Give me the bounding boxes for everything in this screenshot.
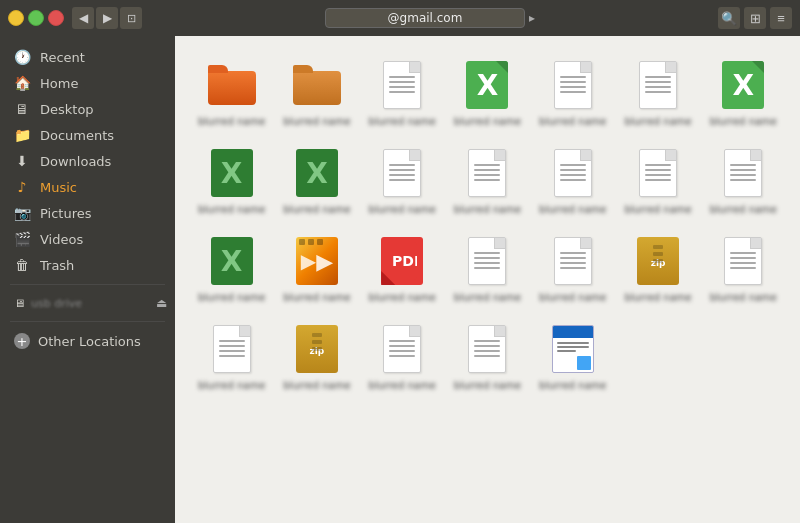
list-item[interactable]: blurred name	[191, 52, 272, 134]
file-label: blurred name	[198, 204, 265, 216]
sidebar-label-home: Home	[40, 76, 78, 91]
list-item[interactable]: PDF blurred name	[362, 228, 443, 310]
address-bar[interactable]: @gmail.com	[325, 8, 525, 28]
sidebar-item-documents[interactable]: 📁 Documents	[0, 122, 175, 148]
document-icon	[719, 234, 767, 288]
document-icon	[719, 146, 767, 200]
document-icon	[549, 234, 597, 288]
main-layout: 🕐 Recent 🏠 Home 🖥 Desktop 📁 Documents ⬇ …	[0, 36, 800, 523]
list-item[interactable]: blurred name	[703, 140, 784, 222]
sidebar-label-documents: Documents	[40, 128, 114, 143]
list-item[interactable]: blurred name	[276, 140, 357, 222]
sidebar-item-recent[interactable]: 🕐 Recent	[0, 44, 175, 70]
file-label: blurred name	[710, 204, 777, 216]
eject-button[interactable]: ⏏	[156, 296, 167, 310]
sidebar: 🕐 Recent 🏠 Home 🖥 Desktop 📁 Documents ⬇ …	[0, 36, 175, 523]
list-item[interactable]: blurred name	[276, 52, 357, 134]
view-button[interactable]: ⊞	[744, 7, 766, 29]
file-label: blurred name	[539, 292, 606, 304]
sidebar-item-desktop[interactable]: 🖥 Desktop	[0, 96, 175, 122]
list-item[interactable]: blurred name	[703, 52, 784, 134]
sidebar-label-pictures: Pictures	[40, 206, 91, 221]
list-item[interactable]: blurred name	[362, 140, 443, 222]
sidebar-label-music: Music	[40, 180, 77, 195]
list-item[interactable]: blurred name	[362, 316, 443, 398]
file-label: blurred name	[369, 292, 436, 304]
sidebar-item-usb[interactable]: 🖥 usb drive ⏏	[0, 291, 175, 315]
desktop-icon: 🖥	[14, 101, 30, 117]
sidebar-label-downloads: Downloads	[40, 154, 111, 169]
list-item[interactable]: blurred name	[191, 228, 272, 310]
zip-icon	[293, 322, 341, 376]
list-item[interactable]: ▶ blurred name	[276, 228, 357, 310]
plus-icon: +	[14, 333, 30, 349]
file-label: blurred name	[283, 204, 350, 216]
file-label: blurred name	[710, 292, 777, 304]
list-item[interactable]: blurred name	[276, 316, 357, 398]
close-button[interactable]	[48, 10, 64, 26]
sidebar-item-trash[interactable]: 🗑 Trash	[0, 252, 175, 278]
xlsx-icon	[719, 58, 767, 112]
document-icon	[463, 322, 511, 376]
sidebar-label-other: Other Locations	[38, 334, 141, 349]
document-icon	[463, 234, 511, 288]
file-content-area: blurred name blurred name blurred name	[175, 36, 800, 523]
home-icon: 🏠	[14, 75, 30, 91]
list-item[interactable]: blurred name	[191, 316, 272, 398]
file-label: blurred name	[283, 116, 350, 128]
videos-icon: 🎬	[14, 231, 30, 247]
forward-button[interactable]: ▶	[96, 7, 118, 29]
sidebar-item-other-locations[interactable]: + Other Locations	[0, 328, 175, 354]
document-icon	[634, 58, 682, 112]
file-label: blurred name	[624, 292, 691, 304]
toolbar-actions: 🔍 ⊞ ≡	[718, 7, 792, 29]
file-label: blurred name	[283, 380, 350, 392]
file-label: blurred name	[539, 116, 606, 128]
file-label: blurred name	[198, 292, 265, 304]
sidebar-label-recent: Recent	[40, 50, 85, 65]
list-item[interactable]: blurred name	[447, 228, 528, 310]
sidebar-item-pictures[interactable]: 📷 Pictures	[0, 200, 175, 226]
sidebar-label-usb: usb drive	[31, 297, 82, 310]
list-item[interactable]: blurred name	[617, 52, 698, 134]
list-item[interactable]: blurred name	[703, 228, 784, 310]
search-button[interactable]: 🔍	[718, 7, 740, 29]
xlsx-dark-icon	[208, 234, 256, 288]
file-label: blurred name	[369, 116, 436, 128]
xlsx-dark-icon	[293, 146, 341, 200]
sidebar-item-music[interactable]: ♪ Music	[0, 174, 175, 200]
list-item[interactable]: blurred name	[617, 140, 698, 222]
file-label: blurred name	[539, 380, 606, 392]
list-item[interactable]: blurred name	[617, 228, 698, 310]
document-icon	[549, 146, 597, 200]
file-label: blurred name	[283, 292, 350, 304]
list-item[interactable]: blurred name	[191, 140, 272, 222]
maximize-button[interactable]	[28, 10, 44, 26]
xlsx-dark-icon	[208, 146, 256, 200]
list-item[interactable]: blurred name	[532, 316, 613, 398]
device-button[interactable]: ⊡	[120, 7, 142, 29]
writer-icon	[549, 322, 597, 376]
file-grid: blurred name blurred name blurred name	[191, 52, 784, 398]
document-icon	[549, 58, 597, 112]
minimize-button[interactable]	[8, 10, 24, 26]
pictures-icon: 📷	[14, 205, 30, 221]
document-icon	[208, 322, 256, 376]
list-item[interactable]: blurred name	[532, 52, 613, 134]
list-item[interactable]: blurred name	[532, 140, 613, 222]
file-label: blurred name	[710, 116, 777, 128]
list-item[interactable]: blurred name	[447, 140, 528, 222]
menu-button[interactable]: ≡	[770, 7, 792, 29]
sidebar-item-downloads[interactable]: ⬇ Downloads	[0, 148, 175, 174]
sidebar-item-home[interactable]: 🏠 Home	[0, 70, 175, 96]
file-label: blurred name	[454, 204, 521, 216]
list-item[interactable]: blurred name	[447, 316, 528, 398]
clock-icon: 🕐	[14, 49, 30, 65]
back-button[interactable]: ◀	[72, 7, 94, 29]
sidebar-item-videos[interactable]: 🎬 Videos	[0, 226, 175, 252]
list-item[interactable]: blurred name	[362, 52, 443, 134]
titlebar: ◀ ▶ ⊡ @gmail.com ▸ 🔍 ⊞ ≡	[0, 0, 800, 36]
file-label: blurred name	[369, 380, 436, 392]
list-item[interactable]: blurred name	[447, 52, 528, 134]
list-item[interactable]: blurred name	[532, 228, 613, 310]
